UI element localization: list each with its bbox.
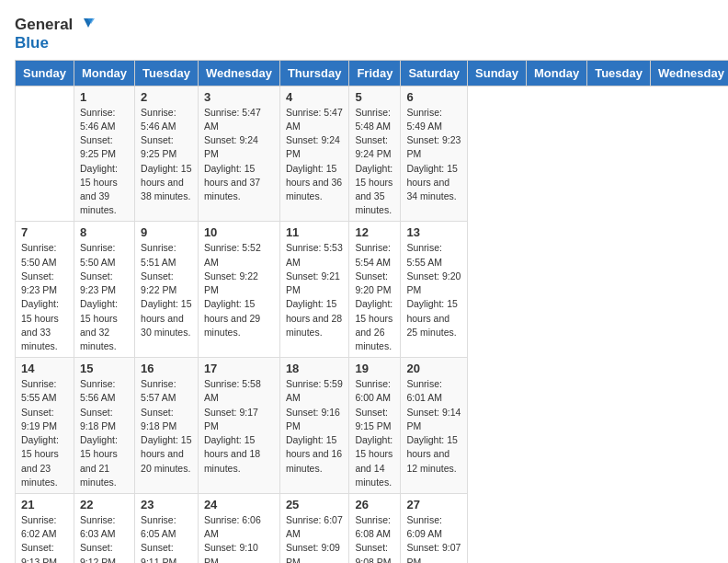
calendar-week-row: 1Sunrise: 5:46 AMSunset: 9:25 PMDaylight… (16, 86, 729, 222)
calendar-cell: 4Sunrise: 5:47 AMSunset: 9:24 PMDaylight… (279, 86, 349, 222)
day-number: 22 (80, 498, 129, 511)
day-number: 14 (21, 362, 68, 375)
day-number: 18 (286, 362, 344, 375)
day-info: Sunrise: 5:53 AMSunset: 9:21 PMDaylight:… (286, 241, 344, 339)
day-number: 25 (286, 498, 344, 511)
day-info: Sunrise: 5:47 AMSunset: 9:24 PMDaylight:… (286, 106, 344, 204)
calendar-cell: 1Sunrise: 5:46 AMSunset: 9:25 PMDaylight… (74, 86, 134, 222)
day-info: Sunrise: 5:50 AMSunset: 9:23 PMDaylight:… (80, 241, 129, 353)
day-info: Sunrise: 5:51 AMSunset: 9:22 PMDaylight:… (141, 241, 192, 339)
day-info: Sunrise: 5:54 AMSunset: 9:20 PMDaylight:… (355, 241, 394, 353)
calendar-week-row: 7Sunrise: 5:50 AMSunset: 9:23 PMDaylight… (16, 222, 729, 358)
day-info: Sunrise: 6:09 AMSunset: 9:07 PMDaylight:… (406, 513, 461, 563)
day-info: Sunrise: 6:08 AMSunset: 9:08 PMDaylight:… (355, 513, 394, 563)
day-info: Sunrise: 6:06 AMSunset: 9:10 PMDaylight:… (204, 513, 274, 563)
col-header-monday: Monday (74, 60, 134, 86)
col-header-friday: Friday (349, 60, 401, 86)
calendar-cell: 26Sunrise: 6:08 AMSunset: 9:08 PMDayligh… (349, 493, 401, 563)
col-header-monday: Monday (527, 60, 587, 86)
day-info: Sunrise: 5:47 AMSunset: 9:24 PMDaylight:… (204, 106, 274, 204)
calendar-cell: 7Sunrise: 5:50 AMSunset: 9:23 PMDaylight… (16, 222, 74, 358)
calendar-cell: 13Sunrise: 5:55 AMSunset: 9:20 PMDayligh… (401, 222, 468, 358)
day-info: Sunrise: 5:58 AMSunset: 9:17 PMDaylight:… (204, 377, 274, 476)
day-number: 23 (141, 498, 192, 511)
day-number: 26 (355, 498, 394, 511)
calendar-cell: 15Sunrise: 5:56 AMSunset: 9:18 PMDayligh… (74, 358, 134, 494)
calendar-cell: 9Sunrise: 5:51 AMSunset: 9:22 PMDaylight… (135, 222, 199, 358)
col-header-wednesday: Wednesday (198, 60, 279, 86)
day-number: 20 (406, 362, 461, 375)
day-info: Sunrise: 6:07 AMSunset: 9:09 PMDaylight:… (286, 513, 344, 563)
day-number: 21 (21, 498, 68, 511)
calendar-cell: 5Sunrise: 5:48 AMSunset: 9:24 PMDaylight… (349, 86, 401, 222)
day-number: 5 (355, 90, 394, 104)
day-info: Sunrise: 5:59 AMSunset: 9:16 PMDaylight:… (286, 377, 344, 476)
calendar-cell: 2Sunrise: 5:46 AMSunset: 9:25 PMDaylight… (135, 86, 199, 222)
calendar-week-row: 14Sunrise: 5:55 AMSunset: 9:19 PMDayligh… (16, 358, 729, 494)
calendar-cell: 17Sunrise: 5:58 AMSunset: 9:17 PMDayligh… (198, 358, 279, 494)
calendar-table: SundayMondayTuesdayWednesdayThursdayFrid… (15, 60, 728, 563)
day-number: 15 (80, 362, 129, 375)
day-info: Sunrise: 5:52 AMSunset: 9:22 PMDaylight:… (204, 241, 274, 339)
day-info: Sunrise: 5:57 AMSunset: 9:18 PMDaylight:… (141, 377, 192, 476)
col-header-sunday: Sunday (468, 60, 527, 86)
day-number: 1 (80, 90, 129, 104)
day-number: 24 (204, 498, 274, 511)
calendar-cell: 3Sunrise: 5:47 AMSunset: 9:24 PMDaylight… (198, 86, 279, 222)
logo-bird-icon (74, 15, 95, 35)
day-info: Sunrise: 6:05 AMSunset: 9:11 PMDaylight:… (141, 513, 192, 563)
col-header-tuesday: Tuesday (135, 60, 199, 86)
day-number: 13 (406, 225, 461, 239)
calendar-cell: 11Sunrise: 5:53 AMSunset: 9:21 PMDayligh… (279, 222, 349, 358)
day-number: 27 (406, 498, 461, 511)
col-header-thursday: Thursday (279, 60, 349, 86)
day-info: Sunrise: 6:00 AMSunset: 9:15 PMDaylight:… (355, 377, 394, 489)
calendar-cell: 16Sunrise: 5:57 AMSunset: 9:18 PMDayligh… (135, 358, 199, 494)
day-info: Sunrise: 6:02 AMSunset: 9:13 PMDaylight:… (21, 513, 68, 563)
calendar-cell: 14Sunrise: 5:55 AMSunset: 9:19 PMDayligh… (16, 358, 74, 494)
day-info: Sunrise: 5:56 AMSunset: 9:18 PMDaylight:… (80, 377, 129, 489)
calendar-cell: 27Sunrise: 6:09 AMSunset: 9:07 PMDayligh… (401, 493, 468, 563)
calendar-cell: 19Sunrise: 6:00 AMSunset: 9:15 PMDayligh… (349, 358, 401, 494)
col-header-sunday: Sunday (16, 60, 74, 86)
col-header-wednesday: Wednesday (650, 60, 728, 86)
day-number: 12 (355, 225, 394, 239)
day-info: Sunrise: 5:50 AMSunset: 9:23 PMDaylight:… (21, 241, 68, 353)
day-info: Sunrise: 5:49 AMSunset: 9:23 PMDaylight:… (406, 106, 461, 204)
calendar-header-row: SundayMondayTuesdayWednesdayThursdayFrid… (16, 60, 729, 86)
page-header: General Blue (15, 15, 713, 52)
day-number: 7 (21, 225, 68, 239)
day-info: Sunrise: 5:46 AMSunset: 9:25 PMDaylight:… (80, 106, 129, 218)
calendar-cell: 22Sunrise: 6:03 AMSunset: 9:12 PMDayligh… (74, 493, 134, 563)
day-number: 11 (286, 225, 344, 239)
calendar-cell: 25Sunrise: 6:07 AMSunset: 9:09 PMDayligh… (279, 493, 349, 563)
calendar-cell: 20Sunrise: 6:01 AMSunset: 9:14 PMDayligh… (401, 358, 468, 494)
logo-text: General Blue (15, 15, 95, 52)
day-number: 2 (141, 90, 192, 104)
calendar-cell: 23Sunrise: 6:05 AMSunset: 9:11 PMDayligh… (135, 493, 199, 563)
day-number: 4 (286, 90, 344, 104)
calendar-cell: 24Sunrise: 6:06 AMSunset: 9:10 PMDayligh… (198, 493, 279, 563)
calendar-week-row: 21Sunrise: 6:02 AMSunset: 9:13 PMDayligh… (16, 493, 729, 563)
day-info: Sunrise: 6:01 AMSunset: 9:14 PMDaylight:… (406, 377, 461, 476)
day-number: 19 (355, 362, 394, 375)
day-number: 8 (80, 225, 129, 239)
day-number: 10 (204, 225, 274, 239)
calendar-cell: 21Sunrise: 6:02 AMSunset: 9:13 PMDayligh… (16, 493, 74, 563)
day-info: Sunrise: 6:03 AMSunset: 9:12 PMDaylight:… (80, 513, 129, 563)
day-number: 9 (141, 225, 192, 239)
day-info: Sunrise: 5:55 AMSunset: 9:20 PMDaylight:… (406, 241, 461, 339)
calendar-cell: 10Sunrise: 5:52 AMSunset: 9:22 PMDayligh… (198, 222, 279, 358)
calendar-cell: 12Sunrise: 5:54 AMSunset: 9:20 PMDayligh… (349, 222, 401, 358)
calendar-cell: 18Sunrise: 5:59 AMSunset: 9:16 PMDayligh… (279, 358, 349, 494)
day-number: 17 (204, 362, 274, 375)
day-number: 3 (204, 90, 274, 104)
calendar-cell: 6Sunrise: 5:49 AMSunset: 9:23 PMDaylight… (401, 86, 468, 222)
col-header-saturday: Saturday (401, 60, 468, 86)
day-number: 6 (406, 90, 461, 104)
day-number: 16 (141, 362, 192, 375)
logo: General Blue (15, 15, 95, 52)
calendar-cell (16, 86, 74, 222)
day-info: Sunrise: 5:55 AMSunset: 9:19 PMDaylight:… (21, 377, 68, 489)
calendar-cell: 8Sunrise: 5:50 AMSunset: 9:23 PMDaylight… (74, 222, 134, 358)
